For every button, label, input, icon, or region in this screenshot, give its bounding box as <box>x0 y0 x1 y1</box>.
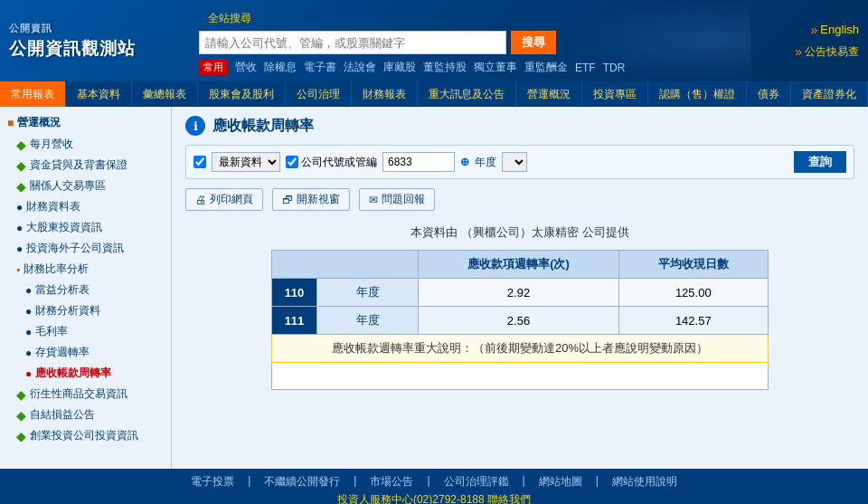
table-row: 111 年度 2.56 142.57 <box>272 307 769 335</box>
sidebar-item-overseas[interactable]: ● 投資海外子公司資訊 <box>0 238 171 259</box>
sidebar-section-operations[interactable]: ■ 營運概況 <box>0 111 171 134</box>
circle-icon: ● <box>16 222 23 234</box>
quick-link-remuneration[interactable]: 重監酬金 <box>524 60 568 75</box>
footer-sep4: | <box>523 474 525 490</box>
search-area: 全站搜尋 搜尋 常用 營收 除權息 電子書 法說會 庫藏股 董監持股 獨立董事 … <box>199 6 750 75</box>
print-label: 列印網頁 <box>210 192 253 207</box>
table-header-period <box>272 251 419 279</box>
green-dot-icon: ◆ <box>16 429 26 443</box>
nav-item-common[interactable]: 常用報表 <box>0 81 66 107</box>
sidebar-item-venture[interactable]: ◆ 創業投資公司投資資訊 <box>0 425 171 446</box>
nav-item-warrants[interactable]: 認購（售）權證 <box>648 81 747 107</box>
year-110: 110 <box>272 279 317 307</box>
sidebar-item-monthly-revenue[interactable]: ◆ 每月營收 <box>0 134 171 155</box>
nav-item-operations[interactable]: 營運概況 <box>516 81 582 107</box>
table-header-turnover: 應收款項週轉率(次) <box>419 251 618 279</box>
filter-checkbox[interactable] <box>193 156 206 168</box>
new-window-label: 開新視窗 <box>297 192 340 207</box>
circle-icon: ● <box>25 305 32 318</box>
nav-item-news[interactable]: 重大訊息及公告 <box>418 81 516 107</box>
sidebar-item-major-shareholders[interactable]: ● 大股東投資資訊 <box>0 217 171 238</box>
content-area: ■ 營運概況 ◆ 每月營收 ◆ 資金貸與及背書保證 ◆ 關係人交易專區 ● 財務… <box>0 107 868 469</box>
sidebar-item-ratio-analysis[interactable]: ▪ 財務比率分析 <box>0 259 171 280</box>
sidebar-item-derivatives[interactable]: ◆ 衍生性商品交易資訊 <box>0 384 171 404</box>
nav-item-financial[interactable]: 財務報表 <box>352 81 418 107</box>
sidebar-item-gross-margin[interactable]: ● 毛利率 <box>0 321 171 342</box>
note-cell: 應收帳款週轉率重大說明：（前後期變動達20%以上者應說明變動原因） <box>272 335 769 363</box>
green-dot-icon: ◆ <box>16 138 26 152</box>
footer-contact-link[interactable]: 聯絡我們 <box>487 493 531 504</box>
nav-item-basic[interactable]: 基本資料 <box>66 81 132 107</box>
footer-link-governance[interactable]: 公司治理評鑑 <box>444 474 509 490</box>
year-select[interactable] <box>502 152 527 172</box>
green-dot-icon: ◆ <box>16 408 26 423</box>
feedback-label: 問題回報 <box>382 192 425 207</box>
nav-item-summary[interactable]: 彙總報表 <box>132 81 198 107</box>
circle-icon: ● <box>25 284 32 297</box>
nav-item-investment[interactable]: 投資專區 <box>582 81 648 107</box>
quick-link-ebook[interactable]: 電子書 <box>304 60 336 75</box>
sidebar-item-financial-data[interactable]: ● 財務資料表 <box>0 196 171 217</box>
sidebar-label: 財務分析資料 <box>35 303 100 319</box>
new-window-button[interactable]: 🗗 開新視窗 <box>272 188 350 211</box>
footer-link-sitemap[interactable]: 網站地圖 <box>539 474 582 490</box>
feedback-button[interactable]: ✉ 問題回報 <box>359 188 435 211</box>
circle-icon: ● <box>25 347 32 359</box>
green-dot-icon: ◆ <box>16 387 26 402</box>
nav-item-securitization[interactable]: 資產證券化 <box>791 81 868 107</box>
data-table: 應收款項週轉率(次) 平均收現日數 110 年度 2.92 125.00 111… <box>271 250 769 390</box>
quick-link-seminar[interactable]: 法說會 <box>344 60 376 75</box>
sidebar-label: 大股東投資資訊 <box>26 220 102 235</box>
announce-label: 公告快易查 <box>805 44 859 60</box>
quick-link-dividend[interactable]: 除權息 <box>264 60 297 75</box>
quick-link-revenue[interactable]: 營收 <box>235 60 257 75</box>
footer-link-help[interactable]: 網站使用說明 <box>612 474 677 490</box>
sidebar-item-financial-analysis[interactable]: ● 財務分析資料 <box>0 300 171 321</box>
green-dot-icon: ◆ <box>16 158 26 173</box>
sidebar-item-receivables-turnover[interactable]: ● 應收帳款周轉率 <box>0 363 171 384</box>
footer-link-market[interactable]: 市場公告 <box>370 474 413 490</box>
data-type-select[interactable]: 最新資料 <box>212 152 280 172</box>
announce-button[interactable]: » 公告快易查 <box>795 44 859 60</box>
page-title: 應收帳款周轉率 <box>212 117 314 136</box>
nav-item-governance[interactable]: 公司治理 <box>286 81 352 107</box>
search-input[interactable] <box>199 31 506 54</box>
note-row: 應收帳款週轉率重大說明：（前後期變動達20%以上者應說明變動原因） <box>272 335 769 363</box>
sidebar-label: 關係人交易專區 <box>30 178 106 194</box>
query-button[interactable]: 查詢 <box>794 151 846 173</box>
window-icon: 🗗 <box>282 194 293 206</box>
language-button[interactable]: » English <box>811 23 859 37</box>
quick-link-etf[interactable]: ETF <box>575 62 596 74</box>
circle-icon: ● <box>16 242 23 255</box>
print-button[interactable]: 🖨 列印網頁 <box>185 188 263 211</box>
company-code-label: 公司代號或管編 <box>301 155 377 170</box>
nav-item-shareholders[interactable]: 股東會及股利 <box>198 81 286 107</box>
sidebar-label: 衍生性商品交易資訊 <box>30 386 127 402</box>
company-filter-label: 公司代號或管編 <box>286 155 377 170</box>
sidebar-item-fund-guarantee[interactable]: ◆ 資金貸與及背書保證 <box>0 155 171 176</box>
quick-link-indep[interactable]: 獨立董事 <box>474 60 517 75</box>
sidebar-item-profit-analysis[interactable]: ● 當益分析表 <box>0 280 171 300</box>
year-label-111: 年度 <box>317 307 419 335</box>
days-110: 125.00 <box>618 279 768 307</box>
filter-row: 最新資料 公司代號或管編 ⊕ 年度 查詢 <box>185 145 854 179</box>
company-code-input[interactable] <box>382 152 455 172</box>
company-checkbox[interactable] <box>286 156 298 168</box>
search-button[interactable]: 搜尋 <box>511 31 556 54</box>
note-text: 應收帳款週轉率重大說明：（前後期變動達20%以上者應說明變動原因） <box>332 341 708 355</box>
quick-tag: 常用 <box>199 60 228 75</box>
sidebar-label: 資金貸與及背書保證 <box>30 157 127 173</box>
table-row: 110 年度 2.92 125.00 <box>272 279 769 307</box>
action-row: 🖨 列印網頁 🗗 開新視窗 ✉ 問題回報 <box>185 188 854 211</box>
nav-item-bonds[interactable]: 債券 <box>747 81 791 107</box>
plus-icon: ⊕ <box>460 156 469 168</box>
lang-arrow-icon: » <box>811 23 818 37</box>
quick-link-treasury[interactable]: 庫藏股 <box>383 60 416 75</box>
sidebar-item-inventory-turnover[interactable]: ● 存貨週轉率 <box>0 342 171 363</box>
sidebar-item-related-party[interactable]: ◆ 關係人交易專區 <box>0 176 171 196</box>
quick-link-directors[interactable]: 董監持股 <box>423 60 467 75</box>
footer-link-evote[interactable]: 電子投票 <box>191 474 234 490</box>
quick-link-tdr[interactable]: TDR <box>603 62 626 74</box>
sidebar-item-self-result[interactable]: ◆ 自結損益公告 <box>0 404 171 425</box>
footer-link-notlist[interactable]: 不繼續公開發行 <box>264 474 340 490</box>
